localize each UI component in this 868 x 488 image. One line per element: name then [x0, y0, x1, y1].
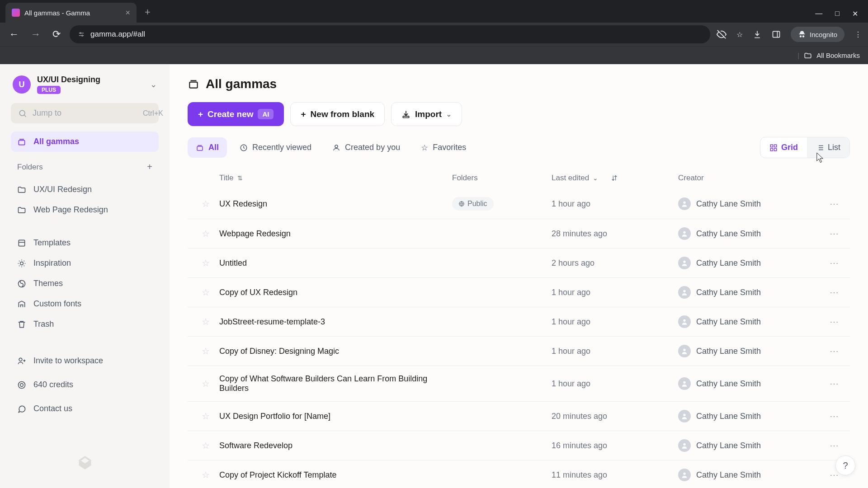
filter-recently-viewed[interactable]: Recently viewed [231, 137, 320, 158]
workspace-switcher[interactable]: U UX/UI Designing PLUS ⌄ [11, 72, 159, 97]
nav-contact[interactable]: Contact us [11, 399, 159, 419]
coin-icon [17, 380, 27, 389]
favorite-star[interactable]: ☆ [192, 411, 219, 422]
row-last-edited: 28 minutes ago [552, 229, 678, 239]
column-last-edited[interactable]: Last edited ⌄ [552, 174, 678, 183]
row-more-button[interactable]: ⋯ [823, 440, 845, 451]
row-title: UX Design Portfolio for [Name] [219, 412, 452, 421]
row-more-button[interactable]: ⋯ [823, 287, 845, 298]
table-row[interactable]: ☆ UX Design Portfolio for [Name] 20 minu… [188, 401, 850, 431]
sidepanel-icon[interactable] [772, 30, 781, 39]
create-new-button[interactable]: + Create new AI [188, 102, 284, 126]
search-input[interactable] [33, 108, 137, 118]
main-content: All gammas + Create new AI + New from bl… [170, 64, 868, 488]
table-row[interactable]: ☆ Webpage Redesign 28 minutes ago Cathy … [188, 219, 850, 248]
sidebar-utility-2[interactable]: Themes [11, 273, 159, 294]
favorite-star[interactable]: ☆ [192, 316, 219, 327]
address-bar[interactable]: gamma.app/#all [70, 25, 710, 43]
maximize-icon[interactable]: □ [835, 9, 840, 18]
incognito-indicator[interactable]: Incognito [791, 27, 844, 42]
table-row[interactable]: ☆ Software Redevelop 16 minutes ago Cath… [188, 431, 850, 460]
sidebar-utility-1[interactable]: Inspiration [11, 253, 159, 273]
view-label: List [828, 143, 840, 152]
row-title: Copy of Project Kickoff Template [219, 470, 452, 480]
row-creator: Cathy Lane Smith [696, 441, 761, 450]
new-from-blank-button[interactable]: + New from blank [290, 102, 385, 126]
svg-point-38 [683, 202, 685, 204]
avatar-icon [678, 469, 691, 481]
all-bookmarks-link[interactable]: All Bookmarks [816, 52, 860, 59]
row-more-button[interactable]: ⋯ [823, 378, 845, 389]
sidebar-utility-3[interactable]: Custom fonts [11, 294, 159, 314]
sidebar-utility-0[interactable]: Templates [11, 233, 159, 253]
table-row[interactable]: ☆ Copy of UX Redesign 1 hour ago Cathy L… [188, 277, 850, 307]
new-tab-button[interactable]: + [145, 6, 151, 18]
search-box[interactable]: Ctrl+K [11, 103, 159, 123]
utility-label: Custom fonts [33, 299, 81, 309]
row-more-button[interactable]: ⋯ [823, 316, 845, 327]
browser-tab[interactable]: All gammas - Gamma × [5, 3, 137, 23]
svg-rect-28 [774, 145, 776, 147]
favorite-star[interactable]: ☆ [192, 469, 219, 480]
table-row[interactable]: ☆ Copy of Disney: Designing Magic 1 hour… [188, 336, 850, 366]
column-title[interactable]: Title ⇅ [219, 174, 452, 183]
site-settings-icon[interactable] [78, 31, 85, 38]
sidebar-folder-0[interactable]: UX/UI Redesign [11, 179, 159, 200]
nav-invite[interactable]: Invite to workspace [11, 351, 159, 371]
view-list-button[interactable]: List [807, 137, 849, 158]
import-button[interactable]: Import ⌄ [391, 102, 462, 126]
table-row[interactable]: ☆ Untitled 2 hours ago Cathy Lane Smith … [188, 248, 850, 277]
svg-point-39 [683, 231, 685, 234]
table-row[interactable]: ☆ Copy of Project Kickoff Template 11 mi… [188, 460, 850, 488]
browser-tab-strip: All gammas - Gamma × + ― □ ✕ [0, 0, 868, 23]
utility-label: Inspiration [33, 258, 71, 268]
close-tab-icon[interactable]: × [125, 8, 130, 18]
help-button[interactable]: ? [835, 455, 855, 475]
filter-favorites[interactable]: ☆ Favorites [413, 137, 474, 158]
column-creator[interactable]: Creator [678, 174, 823, 183]
row-more-button[interactable]: ⋯ [823, 228, 845, 239]
row-more-button[interactable]: ⋯ [823, 258, 845, 268]
eye-off-icon[interactable] [717, 29, 726, 39]
close-window-icon[interactable]: ✕ [852, 9, 858, 18]
bookmark-star-icon[interactable]: ☆ [736, 30, 743, 39]
row-more-button[interactable]: ⋯ [823, 346, 845, 357]
sidebar-utility-4[interactable]: Trash [11, 314, 159, 334]
favorite-star[interactable]: ☆ [192, 346, 219, 357]
row-title: Webpage Redesign [219, 229, 452, 239]
chip-label: Created by you [345, 143, 400, 152]
gamma-logo [11, 446, 159, 480]
table-row[interactable]: ☆ UX Redesign Public 1 hour ago Cathy La… [188, 189, 850, 219]
filter-all[interactable]: All [188, 137, 227, 158]
add-folder-button[interactable]: + [147, 162, 152, 172]
search-icon [18, 109, 27, 118]
svg-point-19 [20, 383, 24, 386]
reload-button[interactable]: ⟳ [50, 26, 63, 43]
forward-button[interactable]: → [28, 26, 43, 43]
browser-menu-icon[interactable]: ⋮ [854, 30, 862, 39]
row-more-button[interactable]: ⋯ [823, 411, 845, 422]
table-row[interactable]: ☆ Copy of What Software Builders Can Lea… [188, 366, 850, 401]
favorite-star[interactable]: ☆ [192, 198, 219, 209]
sidebar-folder-1[interactable]: Web Page Redesign [11, 200, 159, 220]
clock-icon [240, 144, 248, 152]
svg-point-41 [683, 290, 685, 292]
view-grid-button[interactable]: Grid [760, 137, 807, 158]
favorite-star[interactable]: ☆ [192, 378, 219, 389]
nav-credits[interactable]: 640 credits [11, 375, 159, 395]
back-button[interactable]: ← [6, 26, 22, 43]
table-header: Title ⇅ Folders Last edited ⌄ Creator [188, 167, 850, 189]
favorite-star[interactable]: ☆ [192, 228, 219, 239]
download-icon[interactable] [753, 30, 762, 39]
table-row[interactable]: ☆ JobStreet-resume-template-3 1 hour ago… [188, 307, 850, 336]
nav-all-gammas[interactable]: All gammas [11, 131, 159, 152]
favorite-star[interactable]: ☆ [192, 258, 219, 268]
favorite-star[interactable]: ☆ [192, 287, 219, 298]
favorite-star[interactable]: ☆ [192, 440, 219, 451]
minimize-icon[interactable]: ― [815, 9, 822, 18]
column-folders[interactable]: Folders [452, 174, 552, 183]
sort-direction-icon[interactable] [611, 174, 618, 182]
row-more-button[interactable]: ⋯ [823, 198, 845, 209]
stack-icon [196, 144, 204, 152]
filter-created-by-you[interactable]: Created by you [324, 137, 408, 158]
